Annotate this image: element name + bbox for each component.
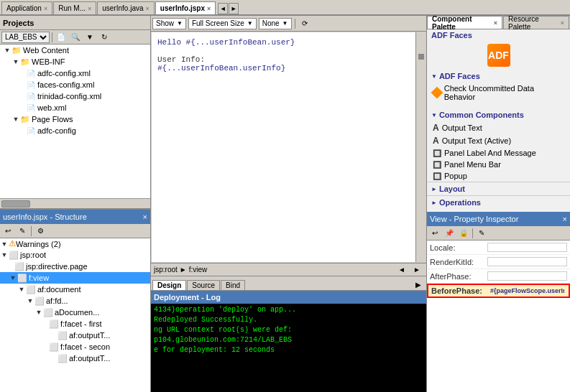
struct-affd[interactable]: ▼ ⬜ af:fd... [0,295,150,307]
struct-fview[interactable]: ▼ ⬜ f:view [0,272,150,284]
popup-label: Popup [444,172,467,180]
palette-item-check[interactable]: Check Uncommitted Data Behavior [427,83,570,103]
filter-btn[interactable]: ▼ [83,32,96,43]
tree-item-pageflows[interactable]: ▼ 📁 Page Flows [0,113,150,125]
structure-title: userInfo.jspx - Structure [3,213,87,221]
tab-component-palette[interactable]: Component Palette × [427,16,502,29]
search-btn[interactable]: 🔍 [69,32,82,43]
prop-input-locale[interactable] [487,243,567,252]
tree-item-webxml[interactable]: 📄 web.xml [0,102,150,113]
tree-label: trinidad-config.xml [37,92,101,101]
editor-area[interactable]: Hello #{...userInfoBean.user} User Info:… [151,32,426,263]
structure-close[interactable]: × [143,213,147,221]
none-dropdown[interactable]: None ▼ [259,18,292,29]
none-label: None [262,19,280,27]
outputtext-icon: A [433,123,439,133]
folder-icon: 📁 [12,46,22,55]
struct-btn1[interactable]: ↩ [1,225,14,237]
breadcrumb-btn2[interactable]: ► [410,264,423,276]
scrollbar-thumb[interactable] [1,200,30,207]
tree-item-webcontent[interactable]: ▼ 📁 Web Content [0,45,150,56]
palette-section-layout[interactable]: ► Layout [427,182,570,195]
projects-tree[interactable]: ▼ 📁 Web Content ▼ 📁 WEB-INF 📄 adfc-confi [0,45,150,198]
prop-btn1[interactable]: ↩ [428,228,441,239]
tab-scroll-left[interactable]: ◄ [218,3,228,14]
palette-section-adffaces[interactable]: ADF Faces [427,70,570,83]
tree-item-trinidad[interactable]: 📄 trinidad-config.xml [0,90,150,102]
show-arrow: ▼ [177,20,183,27]
show-dropdown[interactable]: Show ▼ [152,18,186,29]
tree-label: af:fd... [46,297,68,305]
palette-item-outputtext[interactable]: A Output Text [427,121,570,134]
breadcrumb-jsproot[interactable]: jsp:root [154,266,178,274]
new-file-btn[interactable]: 📄 [55,32,68,43]
tab-userinfojspx[interactable]: userInfo.jspx × [155,1,216,14]
node-icon: ⬜ [49,342,59,352]
breadcrumb-fview[interactable]: f:view [189,266,208,274]
tab-run[interactable]: Run M... × [53,1,96,14]
palette-section-common[interactable]: Common Components [427,108,570,121]
editor-content[interactable]: Hello #{...userInfoBean.user} User Info:… [152,32,426,262]
tab-component-palette-close[interactable]: × [494,19,497,27]
log-line3: ng URL context root(s) were def: [154,325,423,335]
tree-item-faces[interactable]: 📄 faces-config.xml [0,79,150,90]
tab-userinfojspx-close[interactable]: × [207,5,211,12]
struct-btn3[interactable]: ⚙ [34,225,47,237]
refresh-btn[interactable]: ↻ [98,32,111,43]
prop-content: Locale: RenderKitId: AfterPhase: BeforeP… [427,241,570,392]
project-dropdown[interactable]: LAB_EBS [1,32,50,43]
tab-userinfojava-close[interactable]: × [146,5,150,12]
prop-btn4[interactable]: ✎ [475,228,488,239]
structure-tree[interactable]: ▼ ⚠ Warnings (2) ▼ ⬜ jsp:root ⬜ jsp:dire… [0,238,150,392]
tab-bind[interactable]: Bind [221,280,245,290]
prop-input-afterphase[interactable] [487,271,567,281]
tree-item-webinf[interactable]: ▼ 📁 WEB-INF [0,56,150,67]
log-breadcrumb: jsp:root ► f:view ◄ ► [151,263,426,276]
editor-btn1[interactable]: ⟳ [298,18,311,29]
operations-arrow-icon: ► [431,200,437,206]
tab-application-close[interactable]: × [44,5,47,12]
prop-input-beforephase[interactable] [489,287,566,294]
log-content[interactable]: 4134)operation 'deploy' on app... Redepl… [151,304,426,392]
tab-resource-palette[interactable]: Resource Palette × [503,16,569,29]
palette-section-operations[interactable]: ► Operations [427,195,570,209]
tab-design[interactable]: Design [152,280,186,290]
struct-warnings[interactable]: ▼ ⚠ Warnings (2) [0,238,150,249]
struct-adocument[interactable]: ▼ ⬜ aDocumen... [0,307,150,318]
struct-afoutput2[interactable]: ⬜ af:outputT... [0,353,150,364]
tab-application[interactable]: Application × [1,1,52,14]
breadcrumb-btn1[interactable]: ◄ [395,264,408,276]
design-tab-btn[interactable]: ▶ [412,279,425,290]
tree-item-adfc2[interactable]: 📄 adfc-config [0,125,150,136]
fullscreen-dropdown[interactable]: Full Screen Size ▼ [188,18,257,29]
tab-component-palette-label: Component Palette [432,15,492,31]
struct-jsp-root[interactable]: ▼ ⬜ jsp:root [0,249,150,261]
palette-item-outputtext-active[interactable]: A Output Text (Active) [427,134,570,147]
none-arrow: ▼ [282,20,288,27]
tab-run-close[interactable]: × [88,5,91,12]
outputtext-label: Output Text [442,123,482,132]
projects-panel: Projects LAB_EBS 📄 🔍 ▼ ↻ ▼ 📁 Web Content [0,16,151,392]
panel-label-icon: 🔲 [433,149,441,157]
prop-btn3[interactable]: 🔒 [457,228,470,239]
palette-item-popup[interactable]: 🔲 Popup [427,170,570,182]
show-label: Show [156,19,174,27]
prop-btn2[interactable]: 📌 [443,228,456,239]
struct-btn2[interactable]: ✎ [16,225,29,237]
tab-scroll-right[interactable]: ► [229,3,239,14]
tab-resource-palette-close[interactable]: × [561,19,564,27]
palette-item-panel-menu[interactable]: 🔲 Panel Menu Bar [427,159,570,170]
struct-jsp-directive[interactable]: ⬜ jsp:directive.page [0,261,150,272]
struct-afoutput1[interactable]: ⬜ af:outputT... [0,330,150,341]
tab-userinfojava[interactable]: userInfo.java × [97,1,155,14]
palette-item-panel-label[interactable]: 🔲 Panel Label And Message [427,147,570,159]
node-icon: ⬜ [35,297,45,306]
struct-facet-second[interactable]: ⬜ f:facet - secon [0,341,150,353]
struct-facet-first[interactable]: ⬜ f:facet - first [0,318,150,330]
tree-item-adfc[interactable]: 📄 adfc-config.xml [0,67,150,79]
tab-source[interactable]: Source [187,280,220,290]
prop-inspector-close[interactable]: × [563,215,567,223]
prop-input-renderkitid[interactable] [487,257,567,266]
panel-label-label: Panel Label And Message [444,149,536,157]
struct-afdocument[interactable]: ▼ ⬜ af:document [0,284,150,295]
